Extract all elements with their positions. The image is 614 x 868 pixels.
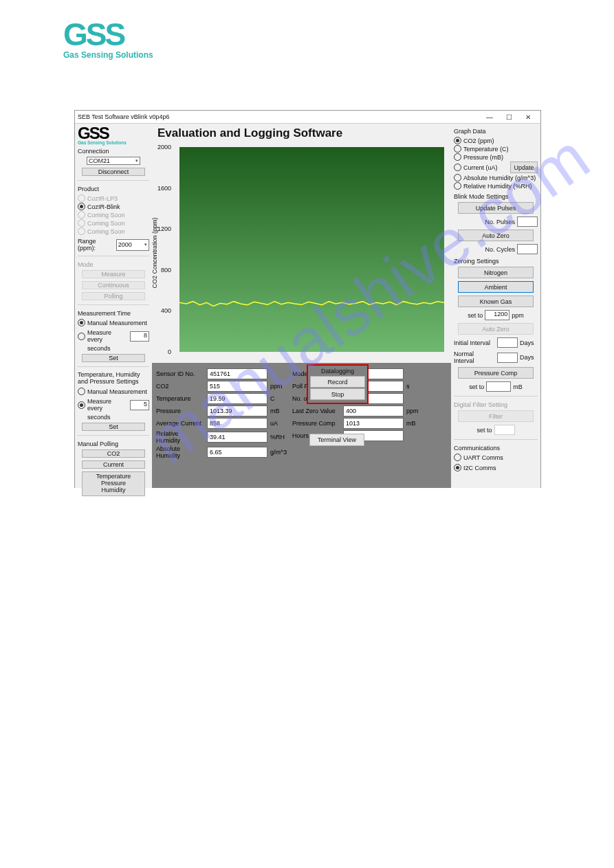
- i2c-radio[interactable]: I2C Comms: [454, 464, 538, 471]
- info-row: Temperature19.59C: [156, 393, 285, 404]
- middle-panel: Evaluation and Logging Software CO2 Conc…: [152, 124, 451, 488]
- no-pulses-input[interactable]: [517, 216, 538, 227]
- filter-button: Filter: [458, 410, 534, 422]
- graph-radio-3[interactable]: Current (uA)Update: [454, 162, 538, 173]
- ambient-button[interactable]: Ambient: [458, 281, 534, 293]
- mode-polling-button: Polling: [82, 292, 145, 300]
- info-value: 451761: [207, 368, 267, 379]
- pressure-comp-button[interactable]: Pressure Comp: [458, 367, 534, 379]
- graph-radio-1[interactable]: Temperature (C): [454, 145, 538, 153]
- mode-measure-button: Measure: [82, 270, 145, 278]
- poll-co2-button[interactable]: CO2: [82, 449, 145, 458]
- info-value: 515: [207, 381, 267, 392]
- comms-title: Communications: [454, 445, 538, 452]
- graph-radio-2[interactable]: Pressure (mB): [454, 153, 538, 161]
- info-value: 858: [207, 418, 267, 429]
- app-window: SEB Test Software vBlink v0p4p6 — ☐ ✕ GS…: [74, 110, 541, 488]
- maximize-button[interactable]: ☐: [499, 111, 518, 122]
- info-row: Average Current858uA: [156, 418, 285, 429]
- titlebar[interactable]: SEB Test Software vBlink v0p4p6 — ☐ ✕: [75, 111, 540, 124]
- record-button[interactable]: Record: [310, 376, 365, 388]
- info-value: 19.59: [207, 393, 267, 404]
- auto-zero-button-2: Auto Zero: [458, 323, 534, 335]
- product-radio-2: Coming Soon: [78, 211, 149, 219]
- graph-radio-0[interactable]: CO2 (ppm): [454, 137, 538, 144]
- info-row: Pressure Comp1013mB: [292, 418, 421, 429]
- app-logo-small: GSS Gas Sensing Solutions: [78, 126, 149, 145]
- info-row: Pressure1013.39mB: [156, 405, 285, 416]
- chart-area: CO2 Concentration (ppm) 2000 1600 1200 8…: [152, 143, 451, 363]
- known-gas-button[interactable]: Known Gas: [458, 296, 534, 307]
- info-value: 6.65: [207, 447, 267, 458]
- known-gas-input[interactable]: 1200: [485, 310, 509, 320]
- meas-manual-radio[interactable]: Manual Measurement: [78, 319, 149, 326]
- thp-every-radio[interactable]: Measure every5: [78, 398, 149, 412]
- minimize-button[interactable]: —: [480, 111, 499, 122]
- range-row: Range (ppm): 2000▾: [78, 238, 149, 252]
- chart-line: [179, 297, 444, 311]
- poll-title: Manual Polling: [78, 441, 149, 447]
- chart-plot: 2000 1600 1200 800 400 0: [179, 147, 444, 352]
- page-logo: GSS Gas Sensing Solutions: [63, 21, 153, 60]
- terminal-view-button[interactable]: Terminal View: [309, 434, 364, 446]
- meas-every-input[interactable]: 8: [130, 331, 149, 342]
- com-port-select[interactable]: COM21▾: [87, 157, 140, 165]
- datalog-title: Datalogging: [310, 368, 365, 375]
- auto-zero-button[interactable]: Auto Zero: [458, 230, 534, 241]
- stop-button[interactable]: Stop: [310, 388, 365, 400]
- no-cycles-input[interactable]: [517, 244, 538, 254]
- update-pulses-button[interactable]: Update Pulses: [458, 202, 534, 214]
- app-heading: Evaluation and Logging Software: [152, 124, 451, 143]
- thp-manual-radio[interactable]: Manual Measurement: [78, 388, 149, 395]
- left-panel: GSS Gas Sensing Solutions Connection COM…: [75, 124, 152, 488]
- info-row: CO2515ppm: [156, 381, 285, 392]
- info-row: Absolute Humidity6.65g/m^3: [156, 445, 285, 459]
- right-panel: Graph Data CO2 (ppm)Temperature (C)Press…: [451, 124, 540, 488]
- poll-current-button[interactable]: Current: [82, 460, 145, 469]
- zeroing-title: Zeroing Settings: [454, 258, 538, 265]
- connection-title: Connection: [78, 148, 149, 155]
- info-row: Sensor ID No.451761: [156, 368, 285, 379]
- window-title: SEB Test Software vBlink v0p4p6: [78, 113, 480, 120]
- thp-every-input[interactable]: 5: [130, 400, 149, 410]
- meas-every-radio[interactable]: Measure every8: [78, 329, 149, 343]
- update-button[interactable]: Update: [510, 162, 538, 173]
- datalogging-box: Datalogging Record Stop: [307, 364, 369, 404]
- thp-set-button[interactable]: Set: [82, 423, 145, 431]
- meas-set-button[interactable]: Set: [82, 354, 145, 362]
- pcomp-input[interactable]: [486, 381, 511, 392]
- poll-thp-button[interactable]: Temperature Pressure Humidity: [82, 471, 145, 496]
- info-value: 39.41: [207, 432, 267, 443]
- disconnect-button[interactable]: Disconnect: [82, 168, 145, 176]
- info-panel: Sensor ID No.451761CO2515ppmTemperature1…: [152, 363, 451, 488]
- product-title: Product: [78, 186, 149, 192]
- normal-interval-input[interactable]: [497, 353, 518, 363]
- nitrogen-button[interactable]: Nitrogen: [458, 267, 534, 278]
- uart-radio[interactable]: UART Comms: [454, 454, 538, 461]
- product-radio-0: CozIR-LP3: [78, 194, 149, 202]
- info-value: 1013: [343, 418, 404, 429]
- range-select[interactable]: 2000▾: [116, 239, 149, 251]
- close-button[interactable]: ✕: [518, 111, 538, 122]
- blink-title: Blink Mode Settings: [454, 193, 538, 200]
- mode-continuous-button: Continuous: [82, 281, 145, 289]
- initial-interval-input[interactable]: [497, 337, 518, 348]
- logo-tagline: Gas Sensing Solutions: [63, 50, 153, 60]
- filter-title: Digital Filter Setting: [454, 401, 538, 408]
- graph-radio-5[interactable]: Relative Humidity (%RH): [454, 182, 538, 190]
- graph-radio-4[interactable]: Absolute Humidity (g/m^3): [454, 174, 538, 181]
- info-row: Relative Humidity39.41%RH: [156, 430, 285, 444]
- filter-input: [494, 425, 515, 435]
- product-radio-1[interactable]: CozIR-Blink: [78, 203, 149, 210]
- logo-brand: GSS: [63, 21, 153, 49]
- meas-time-title: Measurement Time: [78, 310, 149, 317]
- info-row: Last Zero Value400ppm: [292, 405, 421, 416]
- product-radio-3: Coming Soon: [78, 219, 149, 227]
- info-value: 1013.39: [207, 405, 267, 416]
- mode-title: Mode: [78, 261, 149, 268]
- info-value: 400: [343, 405, 404, 416]
- thp-title: Temperature, Humidity and Pressure Setti…: [78, 372, 149, 386]
- graph-data-title: Graph Data: [454, 128, 538, 135]
- product-radio-4: Coming Soon: [78, 227, 149, 235]
